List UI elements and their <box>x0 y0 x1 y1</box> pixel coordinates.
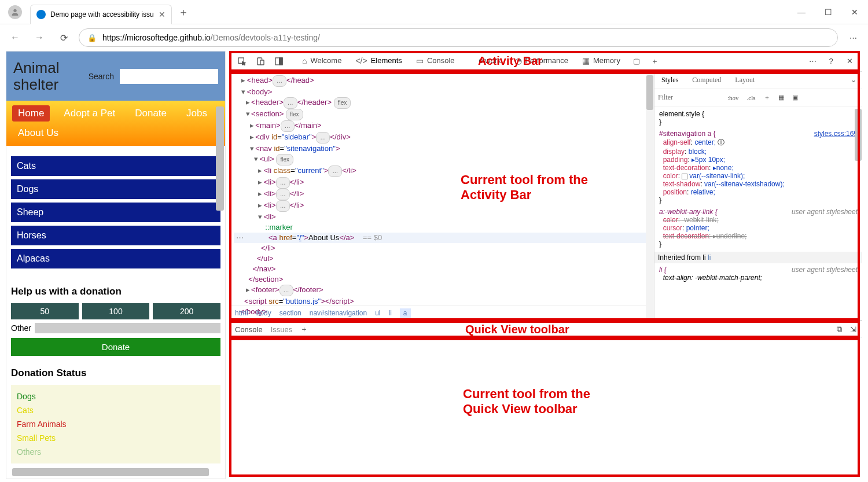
styles-filter-input[interactable] <box>658 93 722 102</box>
console-icon: ▭ <box>416 56 424 65</box>
styles-sidebar: Styles Computed Layout ⌄ :hov .cls ＋ ▦ ▣… <box>654 72 862 320</box>
donation-heading: Help us with a donation <box>11 286 220 297</box>
tab-memory[interactable]: ▦Memory <box>576 51 626 72</box>
sidebar-horses[interactable]: Horses <box>11 226 220 245</box>
nav-adopt[interactable]: Adopt a Pet <box>58 105 121 122</box>
styles-tab-styles[interactable]: Styles <box>654 76 685 84</box>
home-icon: ⌂ <box>302 56 307 65</box>
sidebar-dogs[interactable]: Dogs <box>11 179 220 199</box>
qv-tab-console[interactable]: Console <box>235 325 263 334</box>
more-tools-button[interactable]: ⋯ <box>804 53 821 69</box>
status-dogs: Dogs <box>17 389 215 403</box>
svg-point-0 <box>13 9 16 12</box>
new-tab-button[interactable]: ＋ <box>175 4 192 20</box>
qv-sidebar-icon[interactable]: ⧉ <box>837 325 842 334</box>
dom-breadcrumbs[interactable]: html body section nav#sitenavigation ul … <box>229 305 646 320</box>
nav-home[interactable]: Home <box>12 105 50 122</box>
donate-other-label: Other <box>11 323 31 333</box>
cls-toggle[interactable]: .cls <box>745 93 758 102</box>
window-controls: ― ☐ ✕ <box>788 0 868 24</box>
tab-performance[interactable]: ◔Performance <box>509 51 574 72</box>
rendering-icon[interactable]: ▣ <box>790 93 800 102</box>
svg-rect-5 <box>279 58 282 65</box>
gauge-icon: ◔ <box>515 56 522 65</box>
address-bar[interactable]: 🔒 https://microsoftedge.github.io/Demos/… <box>79 28 838 47</box>
site-title: Animal shelter <box>13 60 83 93</box>
site-navigation: Home Adopt a Pet Donate Jobs About Us <box>6 101 225 146</box>
sidebar-cats[interactable]: Cats <box>11 156 220 176</box>
status-farm: Farm Animals <box>17 417 215 431</box>
tab-network-partial[interactable]: etwork <box>469 51 506 72</box>
svg-rect-3 <box>260 60 264 65</box>
hov-toggle[interactable]: :hov <box>725 93 741 102</box>
dom-scrollbar[interactable] <box>646 72 654 320</box>
nav-donate[interactable]: Donate <box>129 105 172 122</box>
inherited-from-label: Inherited from li li <box>654 252 862 263</box>
back-button[interactable]: ← <box>6 28 24 47</box>
quick-view-body <box>229 338 862 477</box>
focus-mode-icon[interactable]: ▢ <box>628 53 645 69</box>
donate-200[interactable]: 200 <box>153 303 220 319</box>
donate-50[interactable]: 50 <box>11 303 79 319</box>
tab-console[interactable]: ▭Console <box>410 51 461 72</box>
page-scrollbar-vertical[interactable] <box>216 106 224 211</box>
styles-tab-layout[interactable]: Layout <box>728 76 762 84</box>
flex-editor-icon[interactable]: ▦ <box>776 93 786 102</box>
tab-elements[interactable]: </>Elements <box>350 51 407 72</box>
minimize-button[interactable]: ― <box>788 0 815 24</box>
more-tabs-button[interactable]: ＋ <box>647 53 663 69</box>
styles-filter-row: :hov .cls ＋ ▦ ▣ <box>654 89 862 106</box>
styles-scrollbar[interactable] <box>855 109 862 161</box>
nav-about[interactable]: About Us <box>12 125 64 141</box>
chip-icon: ▦ <box>582 56 590 65</box>
help-button[interactable]: ? <box>823 53 839 69</box>
quick-view-toolbar: Console Issues ＋ ⧉ ⇲ <box>229 321 862 338</box>
donate-submit-button[interactable]: Donate <box>11 338 220 356</box>
selected-dom-node[interactable]: ⋯ <a href="/">About Us</a> == $0 <box>234 233 654 243</box>
chevron-down-icon[interactable]: ⌄ <box>845 76 862 84</box>
profile-avatar[interactable] <box>8 5 22 19</box>
url-text: https://microsoftedge.github.io/Demos/de… <box>102 33 320 42</box>
status-cats: Cats <box>17 403 215 417</box>
sidebar-alpacas[interactable]: Alpacas <box>11 249 220 268</box>
edge-favicon-icon <box>36 10 46 19</box>
devtools-activity-bar: ⌂Welcome </>Elements ▭Console Network et… <box>229 51 862 72</box>
close-tab-icon[interactable]: ✕ <box>159 10 165 19</box>
dock-side-icon[interactable] <box>271 53 287 69</box>
lock-icon: 🔒 <box>87 34 97 42</box>
search-input[interactable] <box>120 69 218 84</box>
styles-tab-computed[interactable]: Computed <box>685 76 728 84</box>
styles-rules[interactable]: element.style {} #sitenavigation a {styl… <box>654 106 862 320</box>
page-scrollbar-horizontal[interactable] <box>12 468 209 476</box>
code-icon: </> <box>355 56 367 65</box>
elements-dom-tree[interactable]: ▸<head>…</head> ▾<body> ▸<header>…</head… <box>229 72 654 320</box>
page-viewport: Animal shelter Search Home Adopt a Pet D… <box>6 51 226 479</box>
search-label: Search <box>89 72 114 81</box>
browser-tab[interactable]: Demo page with accessibility issu ✕ <box>30 5 172 24</box>
status-others: Others <box>17 445 215 459</box>
qv-dock-icon[interactable]: ⇲ <box>850 325 856 334</box>
inspect-element-icon[interactable] <box>234 53 250 69</box>
reload-button[interactable]: ⟳ <box>54 28 73 47</box>
forward-button[interactable]: → <box>30 28 49 47</box>
tab-welcome[interactable]: ⌂Welcome <box>296 51 347 72</box>
sidebar-sheep[interactable]: Sheep <box>11 203 220 222</box>
donation-status: Donation Status Dogs Cats Farm Animals S… <box>6 367 225 463</box>
devtools-panel: ⌂Welcome </>Elements ▭Console Network et… <box>229 51 862 479</box>
source-link[interactable]: styles.css:169 <box>814 130 858 138</box>
nav-jobs[interactable]: Jobs <box>181 105 213 122</box>
device-emulation-icon[interactable] <box>252 53 269 69</box>
browser-titlebar: Demo page with accessibility issu ✕ ＋ ― … <box>0 0 868 24</box>
donate-other-input[interactable] <box>35 323 220 333</box>
maximize-button[interactable]: ☐ <box>815 0 841 24</box>
close-devtools-button[interactable]: ✕ <box>841 53 858 69</box>
donate-100[interactable]: 100 <box>82 303 150 319</box>
new-rule-button[interactable]: ＋ <box>762 92 773 103</box>
close-window-button[interactable]: ✕ <box>841 0 868 24</box>
settings-menu-button[interactable]: ⋯ <box>844 28 862 47</box>
status-small: Small Pets <box>17 431 215 445</box>
donation-form: Help us with a donation 50 100 200 Other… <box>6 286 225 364</box>
tab-title: Demo page with accessibility issu <box>50 10 154 19</box>
qv-tab-issues[interactable]: Issues <box>271 325 293 334</box>
qv-add-tab[interactable]: ＋ <box>300 324 308 334</box>
